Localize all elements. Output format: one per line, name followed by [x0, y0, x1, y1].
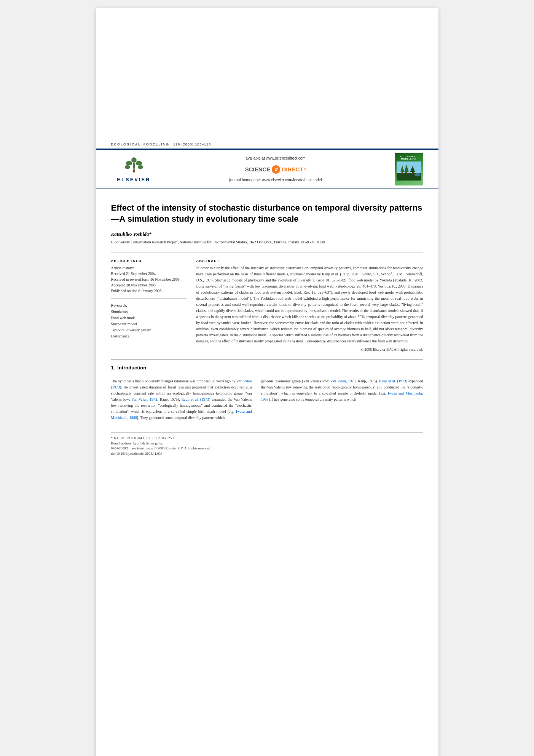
accepted-date: Accepted 28 November 2005	[111, 282, 187, 288]
page: ECOLOGICAL MODELLING 196 (2006) 103–115 …	[96, 8, 438, 756]
intro-right-text: geneous taxonomic group (Van Valen's low…	[261, 378, 423, 403]
svg-point-7	[132, 170, 135, 173]
elsevier-logo: ELSEVIER	[111, 156, 157, 182]
section1-title: Introduction	[117, 365, 146, 371]
svg-rect-9	[397, 161, 421, 173]
intro-two-col: The hypothesis that biodiversity changes…	[111, 378, 423, 421]
copyright: © 2005 Elsevier B.V. All rights reserved…	[196, 347, 423, 352]
intro-right-col: geneous taxonomic group (Van Valen's low…	[261, 378, 423, 421]
svg-rect-14	[405, 172, 407, 174]
header-center-info: available at www.sciencedirect.com SCIEN…	[157, 155, 395, 184]
science-direct-logo: SCIENCE d DIRECT ®	[157, 164, 395, 174]
iwasa-link[interactable]: Iwasa and Mochizuki, 1988	[111, 409, 252, 420]
intro-left-text: The hypothesis that biodiversity changes…	[111, 378, 252, 421]
author-name: Katsuhiko Yoshida*	[111, 231, 423, 237]
svg-rect-13	[402, 172, 403, 174]
article-info-col: ARTICLE INFO Article history: Received 2…	[111, 259, 187, 352]
available-at: available at www.sciencedirect.com	[157, 155, 395, 162]
elsevier-brand-text: ELSEVIER	[117, 177, 150, 182]
svg-rect-15	[412, 172, 414, 174]
science-label: SCIENCE	[245, 164, 271, 174]
history-label: Article history:	[111, 265, 187, 271]
author-affiliation: Biodiversity Conservation Research Proje…	[111, 240, 423, 245]
keywords-section: Keywords: Simulation Food web model Stoc…	[111, 303, 187, 339]
footnote-issn: 0304-3800/$ – see front matter © 2005 El…	[111, 446, 423, 451]
article-info-label: ARTICLE INFO	[111, 259, 187, 263]
d-circle-icon: d	[272, 165, 280, 174]
keywords-label: Keywords:	[111, 303, 187, 307]
elsevier-tree-icon	[123, 156, 145, 175]
intro-left-col: The hypothesis that biodiversity changes…	[111, 378, 252, 421]
keyword-3: Stochastic model	[111, 321, 187, 327]
keyword-4: Temporal diversity pattern	[111, 327, 187, 333]
intro-section: 1. Introduction The hypothesis that biod…	[111, 365, 423, 421]
van-valen-link[interactable]: Van Valen (1973)	[111, 379, 252, 389]
published-date: Published on line 6 January 2006	[111, 288, 187, 294]
svg-rect-1	[133, 163, 135, 168]
footnote-email: E-mail address: kyoshida@nies.go.jp.	[111, 441, 423, 446]
iwasa-right-link[interactable]: Iwasa and Mochizuki, 1988	[261, 391, 423, 401]
received-revised-date: Received in revised form 16 November 200…	[111, 277, 187, 282]
svg-point-3	[135, 161, 142, 166]
direct-label: DIRECT	[282, 164, 303, 174]
section-divider	[111, 359, 423, 360]
footnote-doi: doi:10.1016/j.ecolmodel.2005.11.036	[111, 451, 423, 457]
abstract-text: In order to clarify the effect of the in…	[196, 265, 423, 344]
journal-volume: 196 (2006) 103–115	[173, 142, 211, 146]
footnote-tel: * Tel.: +81 29 850 2443; fax: +81 29 850…	[111, 436, 423, 441]
publisher-header: ELSEVIER available at www.sciencedirect.…	[96, 149, 438, 189]
raup-right-link[interactable]: Raup et al. (1973)	[379, 379, 407, 383]
divider-keywords	[111, 298, 187, 299]
keyword-2: Food web model	[111, 315, 187, 321]
svg-point-4	[125, 165, 130, 169]
article-title: Effect of the intensity of stochastic di…	[111, 203, 423, 224]
footnote-area: * Tel.: +81 29 850 2443; fax: +81 29 850…	[111, 432, 423, 456]
received-date: Received 21 September 2004	[111, 271, 187, 277]
abstract-label: ABSTRACT	[196, 259, 423, 263]
keyword-1: Simulation	[111, 309, 187, 315]
svg-point-5	[138, 165, 143, 169]
content-area: Effect of the intensity of stochastic di…	[96, 189, 438, 472]
svg-point-2	[126, 161, 132, 166]
divider-1	[111, 253, 423, 253]
abstract-col: ABSTRACT In order to clarify the effect …	[196, 259, 423, 352]
journal-homepage: journal homepage: www.elsevier.com/locat…	[157, 177, 395, 184]
van-valen-1973-link[interactable]: Van Valen, 1973	[131, 397, 157, 401]
journal-name-volume: ECOLOGICAL MODELLING	[111, 142, 170, 146]
journal-header-strip: ECOLOGICAL MODELLING 196 (2006) 103–115	[96, 137, 438, 149]
section1-number: 1.	[111, 365, 115, 371]
article-info-abstract: ARTICLE INFO Article history: Received 2…	[111, 259, 423, 352]
journal-cover-image: ECOLOGICALMODELLING	[395, 153, 423, 185]
svg-point-16	[414, 173, 421, 176]
svg-point-0	[131, 157, 137, 163]
raup-1973-link[interactable]: Raup et al. (1973)	[182, 397, 210, 401]
van-valen-right-link[interactable]: Van Valen, 1973	[330, 379, 355, 383]
article-history-block: Article history: Received 21 September 2…	[111, 265, 187, 294]
keyword-5: Disturbance	[111, 333, 187, 339]
